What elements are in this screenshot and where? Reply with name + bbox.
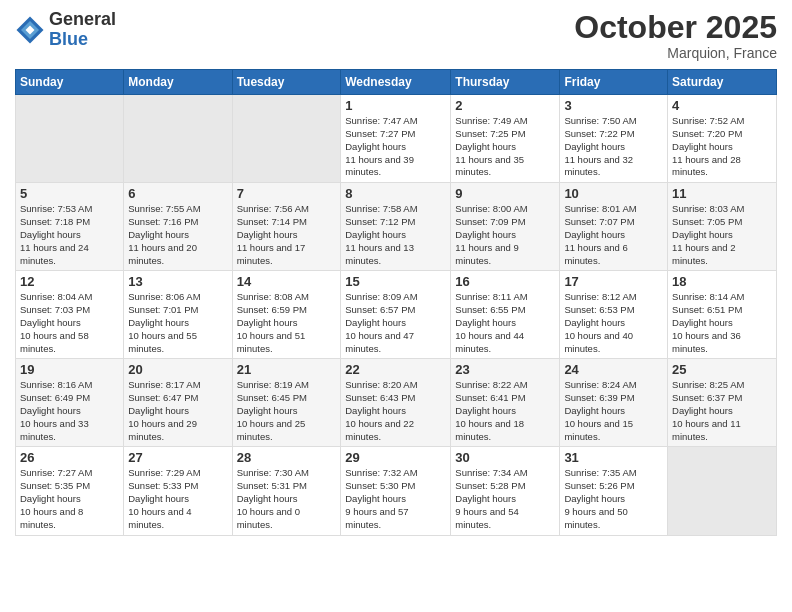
day-number: 12 (20, 274, 119, 289)
calendar-week-row: 26Sunrise: 7:27 AMSunset: 5:35 PMDayligh… (16, 447, 777, 535)
day-detail: Sunrise: 8:00 AMSunset: 7:09 PMDaylight … (455, 203, 555, 267)
calendar-cell: 14Sunrise: 8:08 AMSunset: 6:59 PMDayligh… (232, 271, 341, 359)
logo-blue-text: Blue (49, 29, 88, 49)
day-detail: Sunrise: 8:22 AMSunset: 6:41 PMDaylight … (455, 379, 555, 443)
day-detail: Sunrise: 7:27 AMSunset: 5:35 PMDaylight … (20, 467, 119, 531)
day-number: 31 (564, 450, 663, 465)
calendar-table: SundayMondayTuesdayWednesdayThursdayFrid… (15, 69, 777, 535)
calendar-cell: 16Sunrise: 8:11 AMSunset: 6:55 PMDayligh… (451, 271, 560, 359)
day-number: 20 (128, 362, 227, 377)
logo-text: General Blue (49, 10, 116, 50)
calendar-cell (232, 95, 341, 183)
day-detail: Sunrise: 8:06 AMSunset: 7:01 PMDaylight … (128, 291, 227, 355)
calendar-day-header: Saturday (668, 70, 777, 95)
day-number: 17 (564, 274, 663, 289)
calendar-cell: 29Sunrise: 7:32 AMSunset: 5:30 PMDayligh… (341, 447, 451, 535)
day-detail: Sunrise: 8:14 AMSunset: 6:51 PMDaylight … (672, 291, 772, 355)
day-detail: Sunrise: 8:19 AMSunset: 6:45 PMDaylight … (237, 379, 337, 443)
logo-icon (15, 15, 45, 45)
calendar-cell: 24Sunrise: 8:24 AMSunset: 6:39 PMDayligh… (560, 359, 668, 447)
day-number: 29 (345, 450, 446, 465)
day-number: 21 (237, 362, 337, 377)
calendar-cell: 2Sunrise: 7:49 AMSunset: 7:25 PMDaylight… (451, 95, 560, 183)
day-number: 26 (20, 450, 119, 465)
calendar-cell: 12Sunrise: 8:04 AMSunset: 7:03 PMDayligh… (16, 271, 124, 359)
calendar-day-header: Wednesday (341, 70, 451, 95)
day-detail: Sunrise: 8:01 AMSunset: 7:07 PMDaylight … (564, 203, 663, 267)
calendar-week-row: 5Sunrise: 7:53 AMSunset: 7:18 PMDaylight… (16, 183, 777, 271)
day-number: 3 (564, 98, 663, 113)
calendar-cell: 7Sunrise: 7:56 AMSunset: 7:14 PMDaylight… (232, 183, 341, 271)
calendar-cell: 8Sunrise: 7:58 AMSunset: 7:12 PMDaylight… (341, 183, 451, 271)
day-detail: Sunrise: 8:25 AMSunset: 6:37 PMDaylight … (672, 379, 772, 443)
calendar-cell: 5Sunrise: 7:53 AMSunset: 7:18 PMDaylight… (16, 183, 124, 271)
calendar-day-header: Monday (124, 70, 232, 95)
day-number: 24 (564, 362, 663, 377)
calendar-day-header: Tuesday (232, 70, 341, 95)
header: General Blue October 2025 Marquion, Fran… (15, 10, 777, 61)
day-detail: Sunrise: 7:30 AMSunset: 5:31 PMDaylight … (237, 467, 337, 531)
day-detail: Sunrise: 8:17 AMSunset: 6:47 PMDaylight … (128, 379, 227, 443)
day-number: 8 (345, 186, 446, 201)
day-detail: Sunrise: 7:49 AMSunset: 7:25 PMDaylight … (455, 115, 555, 179)
day-detail: Sunrise: 7:53 AMSunset: 7:18 PMDaylight … (20, 203, 119, 267)
day-number: 5 (20, 186, 119, 201)
day-number: 25 (672, 362, 772, 377)
logo: General Blue (15, 10, 116, 50)
day-number: 30 (455, 450, 555, 465)
calendar-week-row: 19Sunrise: 8:16 AMSunset: 6:49 PMDayligh… (16, 359, 777, 447)
calendar-cell: 13Sunrise: 8:06 AMSunset: 7:01 PMDayligh… (124, 271, 232, 359)
calendar-header-row: SundayMondayTuesdayWednesdayThursdayFrid… (16, 70, 777, 95)
calendar-cell: 6Sunrise: 7:55 AMSunset: 7:16 PMDaylight… (124, 183, 232, 271)
day-detail: Sunrise: 7:55 AMSunset: 7:16 PMDaylight … (128, 203, 227, 267)
day-number: 11 (672, 186, 772, 201)
day-number: 1 (345, 98, 446, 113)
day-number: 7 (237, 186, 337, 201)
calendar-day-header: Thursday (451, 70, 560, 95)
day-number: 28 (237, 450, 337, 465)
calendar-cell: 9Sunrise: 8:00 AMSunset: 7:09 PMDaylight… (451, 183, 560, 271)
calendar-cell: 30Sunrise: 7:34 AMSunset: 5:28 PMDayligh… (451, 447, 560, 535)
calendar-cell: 20Sunrise: 8:17 AMSunset: 6:47 PMDayligh… (124, 359, 232, 447)
day-detail: Sunrise: 7:56 AMSunset: 7:14 PMDaylight … (237, 203, 337, 267)
day-detail: Sunrise: 7:32 AMSunset: 5:30 PMDaylight … (345, 467, 446, 531)
calendar-cell: 1Sunrise: 7:47 AMSunset: 7:27 PMDaylight… (341, 95, 451, 183)
day-detail: Sunrise: 7:35 AMSunset: 5:26 PMDaylight … (564, 467, 663, 531)
day-detail: Sunrise: 7:47 AMSunset: 7:27 PMDaylight … (345, 115, 446, 179)
calendar-cell: 31Sunrise: 7:35 AMSunset: 5:26 PMDayligh… (560, 447, 668, 535)
day-detail: Sunrise: 8:11 AMSunset: 6:55 PMDaylight … (455, 291, 555, 355)
day-detail: Sunrise: 8:12 AMSunset: 6:53 PMDaylight … (564, 291, 663, 355)
calendar-cell (124, 95, 232, 183)
day-detail: Sunrise: 8:16 AMSunset: 6:49 PMDaylight … (20, 379, 119, 443)
day-number: 27 (128, 450, 227, 465)
calendar-cell: 23Sunrise: 8:22 AMSunset: 6:41 PMDayligh… (451, 359, 560, 447)
day-detail: Sunrise: 8:24 AMSunset: 6:39 PMDaylight … (564, 379, 663, 443)
title-area: October 2025 Marquion, France (574, 10, 777, 61)
day-number: 18 (672, 274, 772, 289)
calendar-week-row: 12Sunrise: 8:04 AMSunset: 7:03 PMDayligh… (16, 271, 777, 359)
logo-general-text: General (49, 9, 116, 29)
day-detail: Sunrise: 7:52 AMSunset: 7:20 PMDaylight … (672, 115, 772, 179)
day-number: 23 (455, 362, 555, 377)
calendar-cell: 26Sunrise: 7:27 AMSunset: 5:35 PMDayligh… (16, 447, 124, 535)
day-detail: Sunrise: 7:34 AMSunset: 5:28 PMDaylight … (455, 467, 555, 531)
day-number: 4 (672, 98, 772, 113)
day-number: 2 (455, 98, 555, 113)
day-number: 16 (455, 274, 555, 289)
calendar-cell: 28Sunrise: 7:30 AMSunset: 5:31 PMDayligh… (232, 447, 341, 535)
calendar-cell: 15Sunrise: 8:09 AMSunset: 6:57 PMDayligh… (341, 271, 451, 359)
calendar-cell: 25Sunrise: 8:25 AMSunset: 6:37 PMDayligh… (668, 359, 777, 447)
day-detail: Sunrise: 8:08 AMSunset: 6:59 PMDaylight … (237, 291, 337, 355)
calendar-day-header: Friday (560, 70, 668, 95)
calendar-cell: 4Sunrise: 7:52 AMSunset: 7:20 PMDaylight… (668, 95, 777, 183)
day-detail: Sunrise: 8:20 AMSunset: 6:43 PMDaylight … (345, 379, 446, 443)
calendar-week-row: 1Sunrise: 7:47 AMSunset: 7:27 PMDaylight… (16, 95, 777, 183)
day-detail: Sunrise: 7:50 AMSunset: 7:22 PMDaylight … (564, 115, 663, 179)
day-number: 15 (345, 274, 446, 289)
day-detail: Sunrise: 8:03 AMSunset: 7:05 PMDaylight … (672, 203, 772, 267)
page: General Blue October 2025 Marquion, Fran… (0, 0, 792, 612)
day-number: 10 (564, 186, 663, 201)
day-detail: Sunrise: 8:04 AMSunset: 7:03 PMDaylight … (20, 291, 119, 355)
calendar-cell: 18Sunrise: 8:14 AMSunset: 6:51 PMDayligh… (668, 271, 777, 359)
calendar-cell: 11Sunrise: 8:03 AMSunset: 7:05 PMDayligh… (668, 183, 777, 271)
